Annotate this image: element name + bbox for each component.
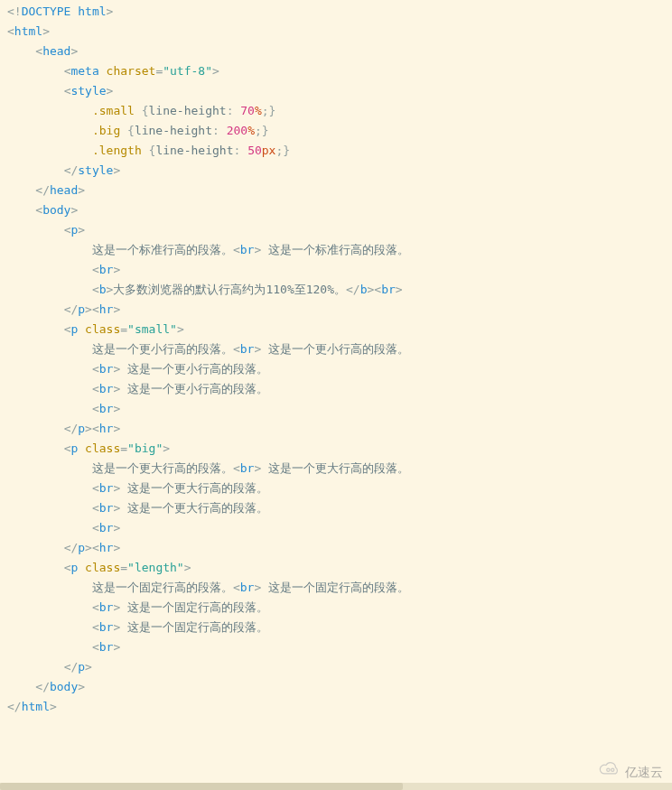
code-line[interactable]: <head> [7, 42, 672, 61]
code-token: < [92, 521, 99, 534]
code-token: class [85, 322, 120, 336]
code-line[interactable]: <html> [7, 22, 672, 42]
code-line[interactable]: <meta charset="utf-8"> [7, 61, 672, 81]
code-line[interactable]: <p class="small"> [7, 320, 672, 339]
code-block[interactable]: <!DOCTYPE html><html> <head> <meta chars… [0, 0, 672, 719]
code-line[interactable]: <br> [7, 260, 672, 280]
code-line[interactable]: <br> 这是一个固定行高的段落。 [7, 618, 672, 637]
code-token: < [92, 640, 99, 654]
code-line[interactable]: </body> [7, 677, 672, 697]
code-line[interactable]: <br> [7, 399, 672, 419]
code-token: br [99, 501, 114, 515]
code-line[interactable]: <br> 这是一个更大行高的段落。 [7, 498, 672, 518]
code-token: "utf-8" [163, 64, 212, 78]
code-line[interactable]: .length {line-height: 50px;} [7, 141, 672, 161]
code-token: < [92, 263, 99, 276]
code-line[interactable]: <style> [7, 81, 672, 101]
code-token: body [42, 203, 70, 217]
code-line[interactable]: <br> [7, 637, 672, 657]
code-token [7, 541, 64, 554]
code-token: : [227, 104, 241, 117]
code-line[interactable]: </p><hr> [7, 538, 672, 558]
code-line[interactable]: <br> [7, 518, 672, 538]
code-line[interactable]: <br> 这是一个更大行高的段落。 [7, 479, 672, 498]
code-token: line-height [149, 104, 227, 117]
code-line[interactable]: .small {line-height: 70%;} [7, 101, 672, 121]
code-token: < [92, 481, 99, 495]
code-token: br [99, 402, 114, 415]
code-token: "big" [127, 441, 163, 455]
code-token: 这是一个更小行高的段落。 [120, 382, 268, 395]
code-token: 50 [247, 144, 262, 157]
code-token: 这是一个更小行高的段落。 [261, 342, 409, 356]
cloud-icon [598, 761, 621, 783]
code-line[interactable]: <br> 这是一个更小行高的段落。 [7, 359, 672, 379]
code-token: line-height [155, 144, 233, 157]
code-token: hr [99, 422, 114, 435]
code-token [7, 163, 64, 177]
code-token: body [50, 680, 78, 693]
code-line[interactable]: <p class="big"> [7, 439, 672, 459]
code-token: p [78, 422, 85, 435]
code-token: p [78, 660, 85, 674]
code-token: > [78, 183, 85, 197]
code-line[interactable]: .big {line-height: 200%;} [7, 121, 672, 141]
code-token: > [85, 660, 92, 674]
code-token: "small" [127, 322, 177, 336]
code-token [7, 104, 92, 117]
code-token: ;} [255, 124, 269, 137]
code-token [7, 382, 92, 395]
code-line[interactable]: </p><hr> [7, 300, 672, 320]
code-token: 这是一个更大行高的段落。 [92, 461, 233, 475]
horizontal-scrollbar[interactable] [0, 783, 672, 790]
code-line[interactable]: <br> 这是一个更小行高的段落。 [7, 379, 672, 399]
code-token: </ [35, 680, 50, 693]
code-line[interactable]: 这是一个更大行高的段落。<br> 这是一个更大行高的段落。 [7, 459, 672, 479]
code-token: br [381, 283, 396, 296]
code-token: class [85, 561, 120, 574]
code-token: > [70, 203, 78, 217]
code-token: <! [7, 5, 22, 18]
scrollbar-thumb[interactable] [0, 783, 403, 790]
code-token [7, 461, 92, 475]
code-line[interactable]: 这是一个标准行高的段落。<br> 这是一个标准行高的段落。 [7, 240, 672, 260]
code-line[interactable]: <!DOCTYPE html> [7, 2, 672, 22]
code-token [7, 600, 92, 614]
code-line[interactable]: </style> [7, 161, 672, 181]
code-token [7, 660, 64, 674]
code-line[interactable]: 这是一个固定行高的段落。<br> 这是一个固定行高的段落。 [7, 578, 672, 598]
code-token: : [233, 144, 247, 157]
code-token [7, 342, 92, 356]
code-token [7, 402, 92, 415]
code-token: head [42, 44, 70, 58]
code-line[interactable]: </p><hr> [7, 419, 672, 439]
code-token: b [99, 283, 107, 296]
code-token [7, 64, 64, 78]
code-token: < [92, 501, 99, 515]
code-token: > [107, 5, 114, 18]
code-line[interactable]: </head> [7, 181, 672, 200]
code-token [142, 144, 149, 157]
code-token: > [113, 541, 120, 554]
code-token [78, 561, 85, 574]
code-token: > [70, 44, 78, 58]
code-token: p [78, 541, 85, 554]
code-line[interactable]: 这是一个更小行高的段落。<br> 这是一个更小行高的段落。 [7, 339, 672, 359]
code-token: = [120, 561, 127, 574]
code-token: </ [64, 541, 79, 554]
code-token: 这是一个更大行高的段落。 [261, 461, 409, 475]
code-line[interactable]: <p> [7, 220, 672, 240]
code-token: 这是一个标准行高的段落。 [92, 243, 233, 256]
code-token: </ [64, 302, 79, 316]
code-line[interactable]: <body> [7, 200, 672, 220]
code-line[interactable]: </p> [7, 657, 672, 677]
code-token: charset [107, 64, 156, 78]
code-token: > [177, 322, 184, 336]
code-line[interactable]: <p class="length"> [7, 558, 672, 578]
code-line[interactable]: </html> [7, 697, 672, 717]
code-token: 200 [227, 124, 247, 137]
code-line[interactable]: <b>大多数浏览器的默认行高约为110%至120%。</b><br> [7, 280, 672, 300]
code-token: > [42, 24, 50, 38]
svg-point-1 [611, 768, 614, 771]
code-line[interactable]: <br> 这是一个固定行高的段落。 [7, 598, 672, 618]
